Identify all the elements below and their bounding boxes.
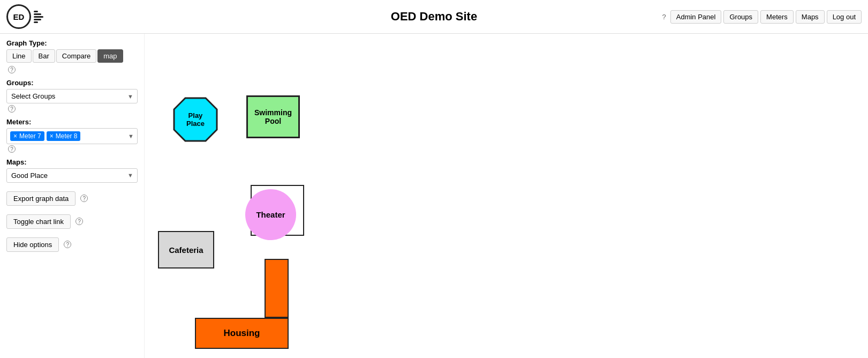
maps-section: Maps: Good Place ▼ bbox=[6, 158, 138, 183]
map-area: PlayPlace SwimmingPool Theater Cafeteria… bbox=[145, 34, 868, 358]
theater-shape[interactable]: Theater bbox=[245, 189, 296, 240]
meters-select-arrow: ▼ bbox=[128, 133, 134, 139]
meter-7-label: Meter 7 bbox=[19, 132, 41, 140]
graph-type-map[interactable]: map bbox=[97, 49, 123, 63]
groups-button[interactable]: Groups bbox=[723, 10, 758, 24]
play-place-shape[interactable]: PlayPlace bbox=[171, 95, 220, 144]
play-place-label: PlayPlace bbox=[186, 111, 205, 128]
export-help-icon[interactable]: ? bbox=[80, 195, 88, 202]
groups-select[interactable]: Select Groups bbox=[6, 89, 138, 103]
hide-options-help-icon[interactable]: ? bbox=[64, 241, 71, 248]
page-title: OED Demo Site bbox=[391, 10, 477, 24]
graph-type-help-icon[interactable]: ? bbox=[8, 66, 16, 73]
housing-vertical-rect bbox=[265, 259, 289, 318]
export-graph-data-button[interactable]: Export graph data bbox=[6, 191, 76, 206]
maps-label: Maps: bbox=[6, 158, 138, 166]
maps-select-wrapper: Good Place ▼ bbox=[6, 168, 138, 183]
graph-type-compare[interactable]: Compare bbox=[56, 49, 96, 63]
speaker-lines bbox=[34, 11, 43, 23]
export-row: Export graph data ? bbox=[6, 191, 138, 206]
speaker-line-5 bbox=[34, 21, 38, 23]
cafeteria-shape[interactable]: Cafeteria bbox=[158, 231, 214, 268]
help-icon[interactable]: ? bbox=[662, 13, 666, 21]
graph-type-row: Line Bar Compare map bbox=[6, 49, 138, 63]
graph-type-bar[interactable]: Bar bbox=[33, 49, 55, 63]
maps-button[interactable]: Maps bbox=[796, 10, 825, 24]
swimming-pool-shape[interactable]: SwimmingPool bbox=[246, 95, 300, 138]
header-nav: ? Admin Panel Groups Meters Maps Log out bbox=[662, 10, 862, 24]
toggle-row: Toggle chart link ? bbox=[6, 214, 138, 229]
speaker-line-3 bbox=[34, 16, 43, 18]
housing-label: Housing bbox=[224, 328, 260, 339]
groups-label: Groups: bbox=[6, 79, 138, 87]
groups-section: Groups: Select Groups ▼ ? bbox=[6, 79, 138, 112]
meter-tag-7: × Meter 7 bbox=[10, 131, 44, 141]
logout-button[interactable]: Log out bbox=[827, 10, 862, 24]
cafeteria-label: Cafeteria bbox=[169, 245, 203, 255]
meters-button[interactable]: Meters bbox=[760, 10, 794, 24]
meter-8-label: Meter 8 bbox=[56, 132, 78, 140]
logo-circle: ED bbox=[6, 4, 31, 29]
toggle-chart-link-button[interactable]: Toggle chart link bbox=[6, 214, 71, 229]
admin-panel-button[interactable]: Admin Panel bbox=[670, 10, 722, 24]
header: ED OED Demo Site ? Admin Panel Groups Me… bbox=[0, 0, 868, 34]
groups-help-icon[interactable]: ? bbox=[8, 105, 16, 113]
swimming-pool-label: SwimmingPool bbox=[254, 108, 292, 125]
housing-horizontal-rect[interactable]: Housing bbox=[195, 318, 289, 349]
meters-section: Meters: × Meter 7 × Meter 8 ▼ ? bbox=[6, 118, 138, 153]
meters-label: Meters: bbox=[6, 118, 138, 126]
hide-options-row: Hide options ? bbox=[6, 237, 138, 252]
hide-options-button[interactable]: Hide options bbox=[6, 237, 59, 252]
meter-7-x[interactable]: × bbox=[13, 132, 17, 140]
graph-type-label: Graph Type: bbox=[6, 39, 138, 47]
meter-tag-8: × Meter 8 bbox=[47, 131, 81, 141]
theater-label: Theater bbox=[256, 210, 285, 219]
groups-select-wrapper: Select Groups ▼ bbox=[6, 89, 138, 103]
meters-tags: × Meter 7 × Meter 8 ▼ bbox=[6, 128, 138, 144]
logo-speaker bbox=[32, 11, 43, 23]
meters-help-icon[interactable]: ? bbox=[8, 145, 16, 153]
maps-select[interactable]: Good Place bbox=[6, 168, 138, 183]
graph-type-line[interactable]: Line bbox=[6, 49, 32, 63]
main-layout: Graph Type: Line Bar Compare map ? Group… bbox=[0, 34, 868, 358]
logo: ED bbox=[6, 4, 43, 29]
map-canvas: PlayPlace SwimmingPool Theater Cafeteria… bbox=[145, 34, 868, 358]
toggle-help-icon[interactable]: ? bbox=[76, 218, 83, 225]
speaker-line-2 bbox=[34, 13, 41, 15]
logo-text: ED bbox=[13, 12, 25, 21]
speaker-line-4 bbox=[34, 19, 41, 20]
sidebar: Graph Type: Line Bar Compare map ? Group… bbox=[0, 34, 145, 358]
meter-8-x[interactable]: × bbox=[50, 132, 54, 140]
speaker-line-1 bbox=[34, 11, 38, 12]
